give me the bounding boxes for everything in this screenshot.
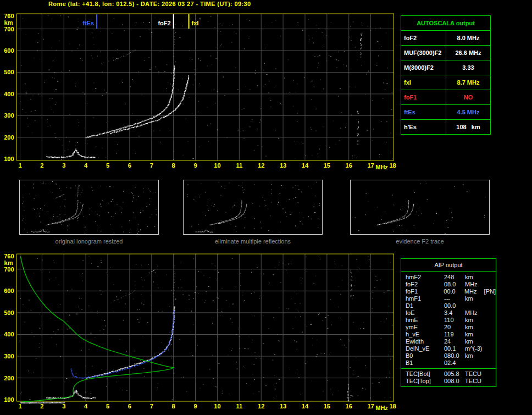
aip-row-unit: MHz <box>465 309 485 317</box>
tick-label: 12 <box>258 403 264 410</box>
aip-row-value: 24 <box>444 338 465 345</box>
aip-row-extra <box>485 331 496 338</box>
tick-label: 500 <box>4 69 14 75</box>
aip-row-extra: [PN] <box>484 288 496 295</box>
tick-label: 760 <box>4 13 14 19</box>
row-value: 108 km <box>446 120 490 134</box>
aip-row-B1: B102.4 <box>406 359 496 367</box>
tick-label: 18 <box>389 403 396 410</box>
aip-row-extra <box>485 295 496 302</box>
aip-row-label: TEC[Bot] <box>406 370 444 378</box>
station-title: Rome (lat: +41.8, lon: 012.5) - DATE: 20… <box>48 1 251 7</box>
tick-label: ftEs <box>82 20 94 26</box>
tick-label: 9 <box>193 162 197 169</box>
marker-foF2: foF2 <box>158 14 173 29</box>
top-ionogram-plot: 123456789101112131415161718MHz760km70060… <box>0 8 401 174</box>
tick-label: 600 <box>4 47 14 54</box>
aip-row-h_vE: h_vE119km <box>406 331 496 338</box>
aip-row-unit: m^(-3) <box>465 345 485 352</box>
tick-label: 1 <box>18 162 21 169</box>
tick-label: fxI <box>192 20 199 26</box>
mini-noise <box>355 183 486 234</box>
aip-row-label: ymE <box>406 324 444 331</box>
aip-row-value: 00.0 <box>444 302 465 309</box>
tick-label: 100 <box>4 156 14 162</box>
thumbnail-caption-original: original ionogram resized <box>19 238 159 245</box>
aip-row-TEC[Bot]: TEC[Bot]005.8TECU <box>406 370 496 378</box>
aip-row-value: 08.0 <box>444 281 465 288</box>
thumbnail-caption-evidence: evidence F2 trace <box>350 238 490 245</box>
row-value: 26.6 MHz <box>446 46 490 60</box>
F2-trace-o <box>86 65 175 138</box>
aip-table-body: hmF2248kmfoF208.0MHzfoF100.0MHz[PN]hmF1-… <box>401 272 496 368</box>
thumbnail-plot <box>184 180 322 234</box>
aip-row-label: B0 <box>406 352 444 359</box>
aip-row-extra <box>485 309 496 317</box>
E-baseline <box>20 402 65 404</box>
row-label: fxI <box>401 75 446 90</box>
aip-row-label: hmF2 <box>406 274 444 281</box>
tick-label: 13 <box>280 162 286 169</box>
aip-row-value: --- <box>444 295 465 302</box>
mini-noise <box>22 181 157 234</box>
thumbnail-plot <box>351 180 489 234</box>
tick-label: 200 <box>4 375 14 381</box>
tick-label: 7 <box>150 403 153 410</box>
plot-border <box>17 14 394 161</box>
aip-row-extra <box>485 274 496 281</box>
tick-label: 4 <box>84 162 88 169</box>
Es-trace <box>46 390 96 399</box>
aip-row-label: foF1 <box>406 288 444 295</box>
tick-label: 100 <box>4 396 14 403</box>
autoscala-table-header: AUTOSCALA output <box>401 16 490 31</box>
aip-row-label: D1 <box>406 302 444 309</box>
aip-row-foE: foE3.4MHz <box>406 309 496 317</box>
aip-row-extra <box>485 338 496 345</box>
aip-row-label: hmE <box>406 317 444 324</box>
marker-fxI: fxI <box>189 14 199 29</box>
tick-label: 11 <box>236 162 242 169</box>
tick-label: 12 <box>258 162 264 169</box>
thumbnail-evidence-f2 <box>350 180 490 235</box>
marker-ftEs: ftEs <box>82 14 97 29</box>
aip-row-DelN_vE: DelN_vE00.1m^(-3) <box>406 345 496 352</box>
aip-row-value: 248 <box>444 274 465 281</box>
aip-row-value: 008.0 <box>444 378 465 385</box>
F2-trace-x <box>110 75 189 134</box>
aip-row-extra <box>485 281 496 288</box>
aip-row-label: TEC[Top] <box>406 378 444 385</box>
tick-label: 11 <box>236 403 242 410</box>
noise-speckle <box>19 256 393 402</box>
tick-label: 15 <box>324 403 330 410</box>
aip-row-extra <box>485 302 496 309</box>
aip-row-unit: MHz <box>464 288 484 295</box>
bottom-profile-plot: 123456789101112131415161718MHz760km70060… <box>0 248 401 413</box>
mini-traces <box>377 200 414 225</box>
aip-row-unit: TECU <box>465 370 485 378</box>
aip-row-value: 110 <box>444 317 465 324</box>
aip-row-ymE: ymE20km <box>406 324 496 331</box>
tick-label: 14 <box>302 162 309 169</box>
plot-border <box>17 254 394 401</box>
tick-label: km <box>4 259 13 266</box>
aip-row-unit: km <box>465 352 485 359</box>
tick-label: 700 <box>4 26 14 32</box>
row-value: 8.0 MHz <box>446 31 490 45</box>
tick-label: 200 <box>4 134 14 141</box>
aip-row-extra <box>485 352 496 359</box>
aip-row-value: 080.0 <box>444 352 465 359</box>
second-hop-echo <box>113 50 135 61</box>
aip-row-value: 119 <box>444 331 465 338</box>
aip-row-hmE: hmE110km <box>406 317 496 324</box>
aip-row-label: B1 <box>406 359 444 367</box>
tick-label: 300 <box>4 353 14 359</box>
tick-label: foF2 <box>158 20 170 26</box>
aip-row-label: hmF1 <box>406 295 444 302</box>
row-label: M(3000)F2 <box>401 60 446 75</box>
mini-traces <box>196 200 247 233</box>
aip-row-extra <box>485 345 496 352</box>
tick-label: MHz <box>375 164 388 170</box>
aip-row-B0: B0080.0km <box>406 352 496 359</box>
aip-row-label: Ewidth <box>406 338 444 345</box>
autoscala-row-M(3000)F2: M(3000)F23.33 <box>401 60 490 75</box>
